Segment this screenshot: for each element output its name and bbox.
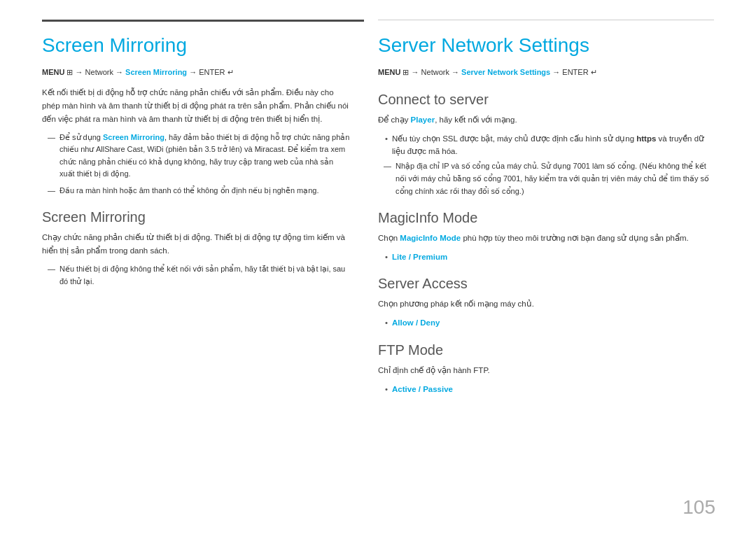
server-network-link: Server Network Settings (461, 68, 550, 76)
left-title: Screen Mirroring (42, 34, 350, 57)
screen-mirroring-link: Screen Mirroring (125, 68, 187, 76)
left-note-2: Đầu ra màn hình hoặc âm thanh có thể khô… (42, 185, 350, 197)
ftp-mode-options: Active / Passive (378, 383, 714, 395)
menu-icon-left: ⊞ (66, 68, 73, 76)
server-access-body: Chọn phương pháp kết nối mạng máy chủ. (378, 297, 714, 311)
content-area: Screen Mirroring MENU ⊞ → Network → Scre… (0, 22, 756, 398)
left-note-2-text: Đầu ra màn hình hoặc âm thanh có thể khô… (59, 185, 319, 197)
menu-label-right: MENU (378, 68, 402, 76)
connect-note-1: Nếu tùy chọn SSL được bật, máy chủ được … (378, 132, 714, 158)
server-access-title: Server Access (378, 276, 714, 292)
magicinfo-mode-title: MagicInfo Mode (378, 210, 714, 226)
left-menu-path: MENU ⊞ → Network → Screen Mirroring → EN… (42, 66, 350, 79)
ftp-mode-body: Chỉ định chế độ vận hành FTP. (378, 364, 714, 377)
connect-to-server-title: Connect to server (378, 92, 714, 108)
screen-mirroring-sub-note: Nếu thiết bị di động không thể kết nối v… (42, 263, 350, 288)
server-access-options-text: Allow / Deny (392, 316, 440, 329)
ftp-mode-options-text: Active / Passive (392, 383, 453, 395)
connect-body: Để chạy Player, hãy kết nối với mạng. (378, 113, 714, 127)
screen-mirroring-sub-title: Screen Mirroring (42, 209, 350, 225)
left-column: Screen Mirroring MENU ⊞ → Network → Scre… (42, 22, 350, 398)
screen-mirroring-sub-body: Chạy chức năng phản chiếu từ thiết bị di… (42, 231, 350, 258)
enter-icon-right: ↵ (591, 68, 597, 76)
connect-note-2: Nhập địa chỉ IP và số cổng của máy chủ. … (378, 160, 714, 197)
magicinfo-options-text: Lite / Premium (392, 251, 447, 263)
network-link-right: Network (421, 68, 449, 76)
left-note-1: Để sử dụng Screen Mirroring, hãy đảm bảo… (42, 132, 350, 181)
ftp-mode-title: FTP Mode (378, 342, 714, 358)
menu-label: MENU (42, 68, 66, 76)
magicinfo-options: Lite / Premium (378, 251, 714, 263)
server-access-options: Allow / Deny (378, 316, 714, 329)
right-column: Server Network Settings MENU ⊞ → Network… (378, 22, 714, 398)
right-menu-path: MENU ⊞ → Network → Server Network Settin… (378, 66, 714, 79)
screen-mirroring-highlight: Screen Mirroring (103, 133, 164, 141)
right-title: Server Network Settings (378, 34, 714, 57)
network-link-left: Network (85, 68, 113, 76)
magicinfo-body: Chọn MagicInfo Mode phù hợp tùy theo môi… (378, 232, 714, 245)
enter-icon-left: ↵ (227, 68, 234, 76)
right-thin-bar (378, 20, 714, 20)
left-intro: Kết nối thiết bị di động hỗ trợ chức năn… (42, 86, 350, 126)
menu-icon-right: ⊞ (402, 68, 409, 76)
page-number: 105 (682, 496, 715, 519)
sub-note-text: Nếu thiết bị di động không thể kết nối v… (59, 263, 350, 288)
